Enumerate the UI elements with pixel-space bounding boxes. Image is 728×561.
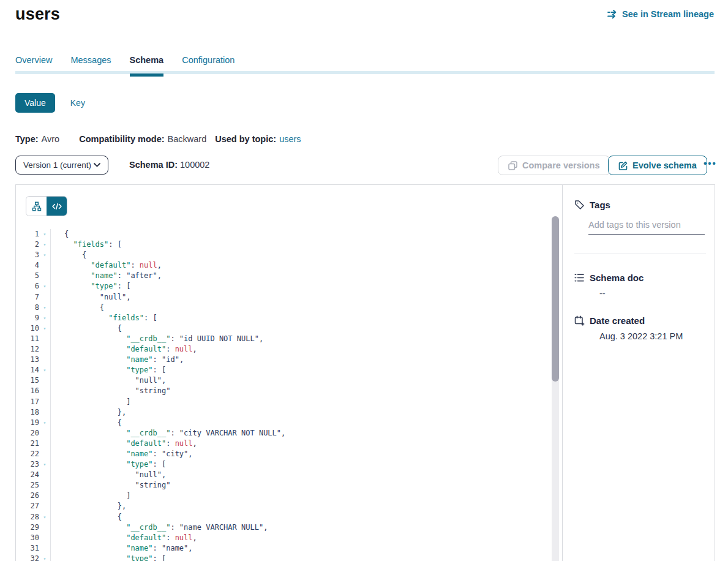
- fold-toggle-icon[interactable]: ▾: [39, 365, 51, 375]
- topic-label: Used by topic:: [215, 134, 276, 144]
- code-line: 28▾ {: [16, 512, 562, 522]
- code-view-button[interactable]: [47, 197, 67, 216]
- fold-toggle-icon[interactable]: ▾: [39, 323, 51, 334]
- fold-gutter: [39, 501, 51, 511]
- line-number: 15: [16, 375, 39, 386]
- line-number: 7: [16, 292, 39, 303]
- code-line: 15 "null",: [16, 375, 562, 386]
- fold-toggle-icon[interactable]: ▾: [39, 239, 51, 250]
- tags-section-heading: Tags: [574, 200, 715, 210]
- version-select[interactable]: Version 1 (current): [15, 156, 108, 175]
- code-view-icon: [52, 202, 62, 211]
- value-toggle-button[interactable]: Value: [15, 93, 55, 113]
- fold-gutter: [39, 260, 51, 271]
- editor-scrollbar-thumb[interactable]: [552, 216, 559, 382]
- line-number: 22: [16, 449, 39, 459]
- page-title: users: [15, 5, 60, 24]
- compare-icon: [508, 161, 517, 170]
- code-line: 7 "null",: [16, 292, 562, 303]
- editor-view-toggle: [26, 196, 67, 216]
- schema-page: users See in Stream lineage Overview Mes…: [0, 0, 728, 561]
- line-number: 28: [16, 512, 39, 522]
- fold-gutter: [39, 344, 51, 355]
- schema-meta-row: Type: Avro Compatibility mode: Backward …: [15, 134, 301, 144]
- type-label: Type:: [15, 134, 39, 144]
- key-toggle-button[interactable]: Key: [70, 98, 85, 108]
- schema-doc-value: --: [599, 288, 715, 298]
- fold-gutter: [39, 480, 51, 491]
- code-line: 14▾ "type": [: [16, 365, 562, 375]
- line-number: 9: [16, 313, 39, 323]
- compat-value: Backward: [168, 134, 207, 144]
- line-number: 32: [16, 554, 39, 561]
- fold-gutter: [39, 355, 51, 365]
- fold-gutter: [39, 543, 51, 554]
- line-number: 24: [16, 470, 39, 480]
- tag-icon: [574, 200, 585, 210]
- fold-gutter: [39, 533, 51, 543]
- code-line: 5 "name": "after",: [16, 271, 562, 281]
- schema-code-editor[interactable]: 1▾{2▾ "fields": [3▾ {4 "default": null,5…: [16, 216, 562, 561]
- schema-editor-panel: 1▾{2▾ "fields": [3▾ {4 "default": null,5…: [16, 185, 563, 561]
- code-line: 22 "name": "city",: [16, 449, 562, 459]
- code-line: 23▾ "type": [: [16, 459, 562, 470]
- code-line: 21 "default": null,: [16, 439, 562, 449]
- schema-card: 1▾{2▾ "fields": [3▾ {4 "default": null,5…: [15, 184, 715, 561]
- code-line: 6▾ "type": [: [16, 281, 562, 292]
- line-number: 17: [16, 397, 39, 407]
- fold-gutter: [39, 334, 51, 344]
- line-number: 27: [16, 501, 39, 511]
- line-number: 29: [16, 522, 39, 533]
- evolve-schema-button[interactable]: Evolve schema: [608, 156, 707, 175]
- sidebar-divider: [574, 254, 706, 254]
- fold-toggle-icon[interactable]: ▾: [39, 250, 51, 260]
- topic-link[interactable]: users: [279, 134, 301, 144]
- fold-gutter: [39, 386, 51, 396]
- line-number: 16: [16, 386, 39, 396]
- add-tags-input[interactable]: [588, 220, 705, 235]
- compare-versions-button[interactable]: Compare versions: [498, 156, 610, 175]
- fold-toggle-icon[interactable]: ▾: [39, 418, 51, 428]
- code-line: 3▾ {: [16, 250, 562, 260]
- calendar-plus-icon: [574, 315, 585, 326]
- line-number: 12: [16, 344, 39, 355]
- line-number: 14: [16, 365, 39, 375]
- fold-toggle-icon[interactable]: ▾: [39, 229, 51, 239]
- schema-sidebar: Tags Schema doc --: [563, 185, 715, 561]
- code-line: 9▾ "fields": [: [16, 313, 562, 323]
- fold-toggle-icon[interactable]: ▾: [39, 303, 51, 313]
- line-number: 2: [16, 239, 39, 250]
- code-line: 4 "default": null,: [16, 260, 562, 271]
- value-key-toggle: Value Key: [15, 93, 85, 113]
- fold-gutter: [39, 439, 51, 449]
- line-number: 20: [16, 428, 39, 439]
- type-value: Avro: [42, 134, 60, 144]
- code-line: 26 ]: [16, 491, 562, 501]
- fold-toggle-icon[interactable]: ▾: [39, 281, 51, 292]
- code-line: 16 "string": [16, 386, 562, 396]
- line-number: 5: [16, 271, 39, 281]
- tree-view-button[interactable]: [26, 197, 47, 216]
- code-line: 25 "string": [16, 480, 562, 491]
- editor-scrollbar-track[interactable]: [552, 216, 559, 561]
- line-number: 3: [16, 250, 39, 260]
- fold-gutter: [39, 375, 51, 386]
- fold-toggle-icon[interactable]: ▾: [39, 313, 51, 323]
- code-line: 8▾ {: [16, 303, 562, 313]
- date-created-heading: Date created: [574, 315, 715, 326]
- fold-gutter: [39, 470, 51, 480]
- stream-lineage-icon: [607, 9, 618, 19]
- code-line: 10▾ {: [16, 323, 562, 334]
- fold-toggle-icon[interactable]: ▾: [39, 512, 51, 522]
- stream-lineage-link[interactable]: See in Stream lineage: [607, 9, 714, 19]
- more-actions-button[interactable]: •••: [704, 158, 717, 168]
- edit-icon: [618, 161, 628, 170]
- fold-gutter: [39, 491, 51, 501]
- fold-toggle-icon[interactable]: ▾: [39, 554, 51, 561]
- code-line: 27 },: [16, 501, 562, 511]
- code-line: 11 "__crdb__": "id UUID NOT NULL",: [16, 334, 562, 344]
- line-number: 1: [16, 229, 39, 239]
- fold-toggle-icon[interactable]: ▾: [39, 459, 51, 470]
- line-number: 11: [16, 334, 39, 344]
- line-number: 18: [16, 407, 39, 418]
